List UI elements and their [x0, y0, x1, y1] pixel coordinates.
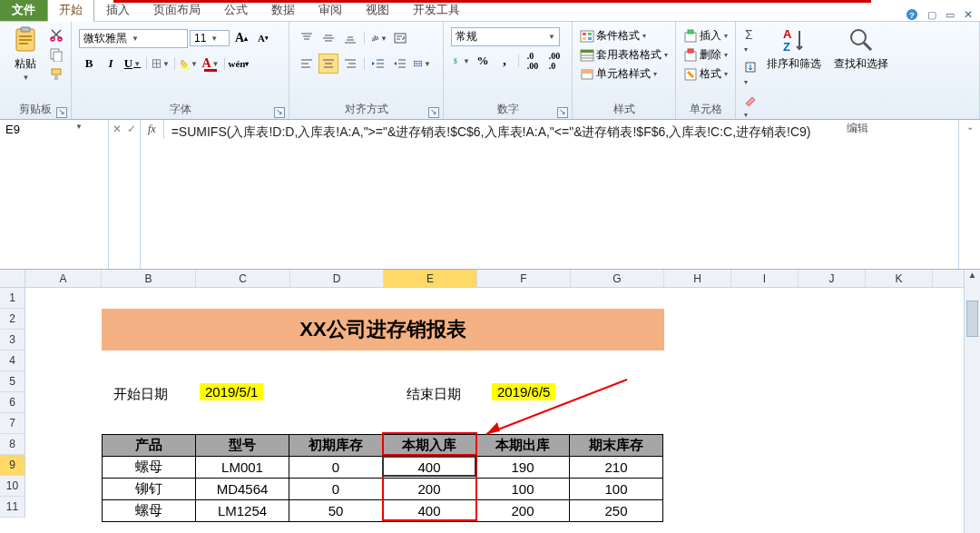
name-box[interactable]: ▼ — [0, 120, 109, 269]
row-header-8[interactable]: 8 — [0, 434, 24, 455]
row-header-10[interactable]: 10 — [0, 476, 24, 497]
row-header-1[interactable]: 1 — [0, 288, 24, 309]
row-header-3[interactable]: 3 — [0, 330, 24, 350]
indent-inc-icon[interactable] — [390, 54, 410, 74]
table-cell[interactable]: 铆钉 — [103, 479, 196, 500]
table-row[interactable]: 铆钉MD45640200100100 — [103, 479, 663, 500]
col-header-C[interactable]: C — [196, 270, 290, 287]
table-row[interactable]: 螺母LM0010400190210 — [103, 457, 663, 479]
phonetic-icon[interactable]: wén▾ — [229, 54, 249, 74]
column-headers[interactable]: ABCDEFGHIJK — [25, 270, 980, 288]
tab-insert[interactable]: 插入 — [94, 0, 142, 21]
table-cell[interactable]: 200 — [476, 500, 570, 522]
formula-value[interactable]: =SUMIFS(入库表!D:D,入库表!A:A,">="&进存销表!$C$6,入… — [164, 120, 958, 269]
number-format-select[interactable]: 常规▼ — [451, 27, 560, 46]
col-header-A[interactable]: A — [25, 270, 102, 287]
tab-dev[interactable]: 开发工具 — [401, 0, 472, 21]
row-headers[interactable]: 1234567891011 — [0, 288, 25, 518]
scroll-thumb[interactable] — [966, 301, 978, 337]
tab-file[interactable]: 文件 — [0, 0, 47, 21]
cond-format-button[interactable]: 条件格式▾ — [580, 28, 646, 44]
col-header-K[interactable]: K — [866, 270, 933, 287]
window-min-icon[interactable]: ▭ — [946, 9, 955, 21]
tab-home[interactable]: 开始 — [47, 0, 94, 22]
vertical-scrollbar[interactable]: ▲ — [964, 270, 980, 533]
indent-dec-icon[interactable] — [368, 54, 388, 74]
start-date-value[interactable]: 2019/5/1 — [200, 383, 263, 400]
table-header[interactable]: 型号 — [196, 435, 289, 457]
row-header-2[interactable]: 2 — [0, 309, 24, 330]
row-header-5[interactable]: 5 — [0, 371, 24, 392]
minimize-ribbon-icon[interactable]: ▢ — [927, 9, 936, 21]
enter-formula-icon[interactable]: ✓ — [127, 123, 136, 135]
insert-cells-button[interactable]: 插入▾ — [683, 28, 728, 44]
format-painter-icon[interactable] — [49, 67, 64, 82]
font-dialog-icon[interactable]: ↘ — [274, 107, 285, 118]
shrink-font-icon[interactable]: A▾ — [253, 28, 273, 48]
table-cell[interactable]: 400 — [383, 500, 476, 522]
table-cell[interactable]: 210 — [570, 457, 663, 479]
tab-view[interactable]: 视图 — [354, 0, 401, 21]
scroll-up-icon[interactable]: ▲ — [965, 270, 980, 284]
currency-icon[interactable]: $▼ — [451, 51, 471, 71]
row-header-6[interactable]: 6 — [0, 392, 24, 413]
align-right-icon[interactable] — [340, 54, 360, 74]
row-header-7[interactable]: 7 — [0, 413, 24, 434]
table-cell[interactable]: 100 — [570, 479, 663, 500]
align-middle-icon[interactable] — [318, 28, 338, 48]
col-header-I[interactable]: I — [731, 270, 799, 287]
autosum-icon[interactable]: Σ▾ — [743, 27, 758, 54]
col-header-E[interactable]: E — [384, 270, 477, 287]
table-cell[interactable]: 50 — [289, 500, 383, 522]
table-cell[interactable]: 螺母 — [103, 457, 196, 479]
table-cell[interactable]: 190 — [476, 457, 570, 479]
inc-decimal-icon[interactable]: .0.00 — [523, 51, 543, 71]
align-dialog-icon[interactable]: ↘ — [428, 107, 439, 118]
copy-icon[interactable] — [49, 47, 64, 62]
table-cell[interactable]: 0 — [289, 457, 383, 479]
table-cell[interactable]: MD4564 — [196, 479, 289, 500]
row-header-4[interactable]: 4 — [0, 350, 24, 371]
table-header[interactable]: 期末库存 — [570, 435, 663, 457]
font-color-icon[interactable]: A▼ — [201, 54, 220, 74]
paste-button[interactable]: 粘贴 ▼ — [7, 24, 44, 84]
tab-data[interactable]: 数据 — [260, 0, 307, 21]
cut-icon[interactable] — [49, 27, 64, 42]
bold-button[interactable]: B — [79, 54, 99, 74]
font-name-select[interactable]: 微软雅黑▼ — [79, 29, 188, 48]
align-center-icon[interactable] — [318, 54, 338, 74]
table-cell[interactable]: LM1254 — [196, 500, 289, 522]
merge-icon[interactable]: ▼ — [412, 54, 432, 74]
delete-cells-button[interactable]: 删除▾ — [683, 47, 728, 63]
chevron-down-icon[interactable]: ▼ — [75, 123, 83, 131]
tab-formula[interactable]: 公式 — [212, 0, 260, 21]
table-row[interactable]: 螺母LM125450400200250 — [103, 500, 663, 522]
tab-review[interactable]: 审阅 — [307, 0, 354, 21]
col-header-F[interactable]: F — [477, 270, 571, 287]
table-header[interactable]: 产品 — [103, 435, 196, 457]
align-bottom-icon[interactable] — [340, 28, 360, 48]
table-header[interactable]: 初期库存 — [289, 435, 383, 457]
table-cell[interactable]: 250 — [570, 500, 663, 522]
wrap-text-icon[interactable] — [390, 28, 410, 48]
align-left-icon[interactable] — [297, 54, 317, 74]
table-cell[interactable]: 400 — [383, 457, 476, 479]
end-date-value[interactable]: 2019/6/5 — [492, 383, 555, 400]
tab-layout[interactable]: 页面布局 — [142, 0, 212, 21]
row-header-11[interactable]: 11 — [0, 497, 24, 518]
grow-font-icon[interactable]: A▴ — [231, 28, 251, 48]
underline-button[interactable]: U▼ — [122, 54, 142, 74]
comma-icon[interactable]: , — [495, 51, 514, 71]
number-dialog-icon[interactable]: ↘ — [557, 107, 568, 118]
table-format-button[interactable]: 套用表格格式▾ — [580, 47, 668, 63]
window-close-icon[interactable]: ✕ — [964, 8, 973, 21]
sort-filter-button[interactable]: AZ 排序和筛选 — [763, 24, 825, 74]
fill-icon[interactable]: ▾ — [743, 60, 758, 87]
data-table[interactable]: 产品型号初期库存本期入库本期出库期末库存螺母LM0010400190210铆钉M… — [102, 434, 663, 522]
table-cell[interactable]: LM001 — [196, 457, 289, 479]
col-header-G[interactable]: G — [571, 270, 664, 287]
orientation-icon[interactable]: ab▼ — [368, 28, 388, 48]
find-select-button[interactable]: 查找和选择 — [830, 24, 892, 74]
cell-style-button[interactable]: 单元格样式▾ — [580, 66, 657, 82]
align-top-icon[interactable] — [297, 28, 317, 48]
